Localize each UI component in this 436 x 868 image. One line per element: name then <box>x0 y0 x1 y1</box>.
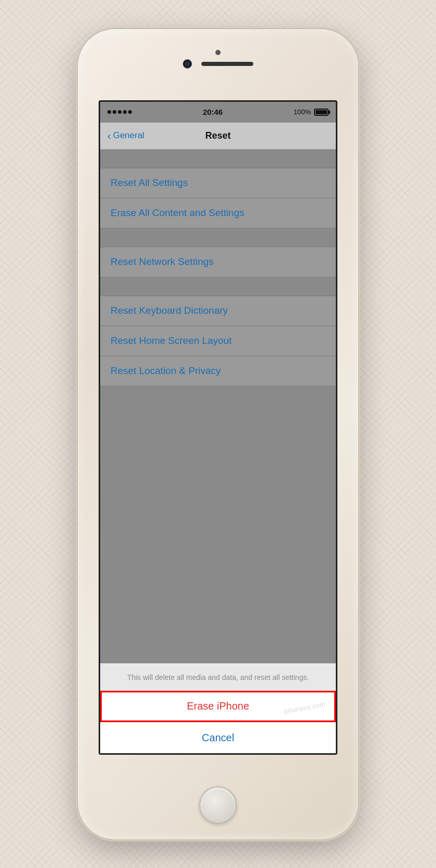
speaker-grille <box>201 62 253 66</box>
cancel-label: Cancel <box>202 732 234 744</box>
battery-fill <box>316 110 327 114</box>
navigation-bar: ‹ General Reset <box>100 123 336 150</box>
reset-all-settings-label: Reset All Settings <box>111 177 188 189</box>
status-bar: 20:46 100% <box>100 102 336 123</box>
signal-dot-5 <box>128 110 132 114</box>
reset-all-settings-item[interactable]: Reset All Settings <box>100 168 336 198</box>
erase-iphone-label: Erase iPhone <box>187 700 249 712</box>
top-speaker-dot <box>215 50 221 55</box>
back-chevron-icon: ‹ <box>107 130 111 141</box>
home-button[interactable] <box>199 786 237 824</box>
reset-network-item[interactable]: Reset Network Settings <box>100 247 336 277</box>
camera-speaker-row <box>183 59 253 69</box>
front-camera <box>183 59 192 69</box>
screen: 20:46 100% ‹ General Reset Reset All Set… <box>99 100 337 755</box>
signal-dot-1 <box>107 110 111 114</box>
signal-dots <box>107 110 132 114</box>
erase-all-content-label: Erase All Content and Settings <box>111 207 244 219</box>
phone-top <box>78 45 358 69</box>
content-area: Reset All Settings Erase All Content and… <box>100 150 336 753</box>
phone-frame: 20:46 100% ‹ General Reset Reset All Set… <box>78 29 358 839</box>
action-sheet-message-text: This will delete all media and data, and… <box>127 673 309 682</box>
reset-home-screen-item[interactable]: Reset Home Screen Layout <box>100 326 336 356</box>
page-title: Reset <box>205 130 230 141</box>
reset-network-label: Reset Network Settings <box>111 256 214 268</box>
erase-all-content-item[interactable]: Erase All Content and Settings <box>100 198 336 229</box>
action-sheet-message: This will delete all media and data, and… <box>100 663 336 691</box>
back-label: General <box>113 130 144 141</box>
reset-location-label: Reset Location & Privacy <box>111 365 221 377</box>
signal-dot-2 <box>113 110 116 114</box>
spacer-2 <box>100 229 336 247</box>
battery-percent: 100% <box>294 108 311 116</box>
spacer-1 <box>100 150 336 168</box>
reset-home-screen-label: Reset Home Screen Layout <box>111 335 231 346</box>
phone-bottom <box>199 786 237 824</box>
signal-dot-4 <box>123 110 127 114</box>
reset-keyboard-item[interactable]: Reset Keyboard Dictionary <box>100 296 336 326</box>
cancel-button[interactable]: Cancel <box>100 722 336 753</box>
spacer-3 <box>100 277 336 296</box>
status-right: 100% <box>294 108 329 116</box>
status-time: 20:46 <box>203 108 223 116</box>
signal-dot-3 <box>118 110 121 114</box>
reset-location-item[interactable]: Reset Location & Privacy <box>100 356 336 386</box>
battery-icon <box>314 109 329 116</box>
reset-keyboard-label: Reset Keyboard Dictionary <box>111 305 228 316</box>
back-button[interactable]: ‹ General <box>107 130 144 141</box>
